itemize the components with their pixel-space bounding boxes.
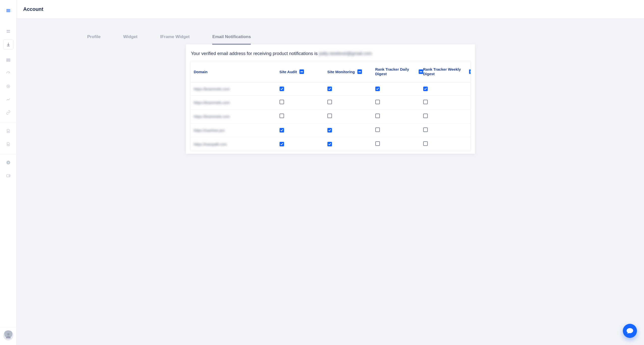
domain-cell: https://brammels.com <box>194 87 280 91</box>
chat-button[interactable] <box>623 324 637 338</box>
domain-cell: https://ivanhoe.pro <box>194 128 280 132</box>
svg-rect-3 <box>7 30 10 31</box>
tabs: Profile Widget IFrame Widget Email Notif… <box>17 19 644 44</box>
header-checkbox-site-monitoring[interactable] <box>357 69 362 74</box>
checkbox-rank-weekly[interactable] <box>423 87 428 91</box>
svg-rect-4 <box>7 32 10 33</box>
panel: Your verified email address for receivin… <box>186 44 475 154</box>
menu-icon <box>6 8 11 13</box>
sidebar-item-rows[interactable] <box>3 26 13 36</box>
col-rank-daily: Rank Tracker Daily Digest <box>375 67 423 76</box>
sidebar-menu-button[interactable] <box>3 6 13 16</box>
checkbox-rank-daily[interactable] <box>375 100 380 104</box>
sidebar-item-doc2[interactable] <box>3 139 13 149</box>
notifications-table: Domain Site Audit Site Monitoring Rank T… <box>190 61 471 151</box>
checkbox-site-monitoring[interactable] <box>327 128 332 132</box>
doc-search-icon <box>6 142 11 146</box>
download-icon <box>6 42 11 47</box>
doc-search-icon <box>6 129 11 133</box>
checkbox-site-monitoring[interactable] <box>327 114 332 118</box>
sidebar-item-download[interactable] <box>3 39 13 49</box>
help-icon: ? <box>6 160 11 165</box>
checkbox-site-audit[interactable] <box>280 100 284 104</box>
columns-icon <box>6 58 11 62</box>
checkbox-site-audit[interactable] <box>280 114 284 118</box>
notice-email: pally.newlevel@gmail.com <box>319 51 372 56</box>
svg-rect-16 <box>7 175 10 177</box>
sidebar-divider <box>0 327 16 327</box>
table-header: Domain Site Audit Site Monitoring Rank T… <box>190 61 471 83</box>
sidebar-item-link[interactable] <box>3 108 13 118</box>
checkbox-rank-weekly[interactable] <box>423 127 428 132</box>
sidebar-divider <box>0 123 16 123</box>
chat-icon <box>626 328 633 334</box>
checkbox-site-audit[interactable] <box>280 128 284 132</box>
domain-cell: https://brammels.com <box>194 100 280 105</box>
checkbox-site-audit[interactable] <box>280 142 284 146</box>
link-icon <box>6 110 11 115</box>
svg-rect-7 <box>9 59 10 62</box>
trend-icon <box>6 97 11 102</box>
notice-prefix: Your verified email address for receivin… <box>191 51 319 56</box>
checkbox-site-monitoring[interactable] <box>327 142 332 146</box>
tab-email-notifications[interactable]: Email Notifications <box>212 34 251 44</box>
sidebar: ? <box>0 0 17 345</box>
svg-point-9 <box>8 86 9 87</box>
checkbox-site-monitoring[interactable] <box>327 87 332 91</box>
domain-cell: https://brammels.com <box>194 114 280 119</box>
verified-email-notice: Your verified email address for receivin… <box>191 51 471 56</box>
svg-point-8 <box>7 85 10 88</box>
table-row: https://ivanhoe.pro <box>190 123 471 137</box>
checkbox-rank-weekly[interactable] <box>423 141 428 146</box>
checkbox-rank-daily[interactable] <box>375 141 380 146</box>
svg-line-11 <box>8 132 9 132</box>
checkbox-rank-daily[interactable] <box>375 87 380 91</box>
svg-line-13 <box>8 145 9 145</box>
table-row: https://brammels.com <box>190 83 471 96</box>
page-title: Account <box>23 6 43 12</box>
sidebar-item-target[interactable] <box>3 81 13 91</box>
svg-rect-5 <box>7 59 7 62</box>
col-site-monitoring: Site Monitoring <box>327 69 375 74</box>
header-checkbox-site-audit[interactable] <box>299 69 304 74</box>
rows-icon <box>6 29 11 34</box>
header-checkbox-rank-weekly[interactable] <box>469 69 471 74</box>
checkbox-rank-daily[interactable] <box>375 127 380 132</box>
gauge-icon <box>6 71 11 75</box>
table-row: https://brammels.com <box>190 96 471 110</box>
sidebar-divider <box>0 154 16 154</box>
svg-point-18 <box>7 333 9 335</box>
sidebar-item-trend[interactable] <box>3 94 13 104</box>
tab-widget[interactable]: Widget <box>123 34 138 44</box>
checkbox-site-monitoring[interactable] <box>327 100 332 104</box>
target-icon <box>6 84 11 89</box>
col-rank-weekly: Rank Tracker Weekly Digest <box>423 67 471 76</box>
svg-rect-17 <box>9 175 10 176</box>
sidebar-item-wallet[interactable] <box>3 171 13 181</box>
col-site-audit: Site Audit <box>280 69 327 74</box>
table-row: https://brammels.com <box>190 110 471 123</box>
svg-point-12 <box>8 144 9 145</box>
topbar: Account <box>17 0 644 19</box>
tab-profile[interactable]: Profile <box>87 34 101 44</box>
svg-rect-6 <box>8 59 9 62</box>
sidebar-item-doc1[interactable] <box>3 126 13 136</box>
svg-text:?: ? <box>8 161 9 164</box>
sidebar-item-help[interactable]: ? <box>3 157 13 168</box>
user-icon <box>5 332 12 339</box>
tab-iframe-widget[interactable]: IFrame Widget <box>160 34 190 44</box>
checkbox-rank-weekly[interactable] <box>423 100 428 104</box>
sidebar-item-columns[interactable] <box>3 55 13 65</box>
table-row: https://ivanpalli.com <box>190 137 471 151</box>
checkbox-site-audit[interactable] <box>280 87 284 91</box>
domain-cell: https://ivanpalli.com <box>194 142 280 146</box>
wallet-icon <box>6 173 11 178</box>
avatar[interactable] <box>3 330 13 340</box>
sidebar-item-gauge[interactable] <box>3 68 13 78</box>
checkbox-rank-weekly[interactable] <box>423 114 428 118</box>
col-domain: Domain <box>194 70 280 74</box>
content-area: Profile Widget IFrame Widget Email Notif… <box>17 19 644 345</box>
checkbox-rank-daily[interactable] <box>375 114 380 118</box>
header-checkbox-rank-daily[interactable] <box>419 69 423 74</box>
svg-point-10 <box>8 131 9 132</box>
